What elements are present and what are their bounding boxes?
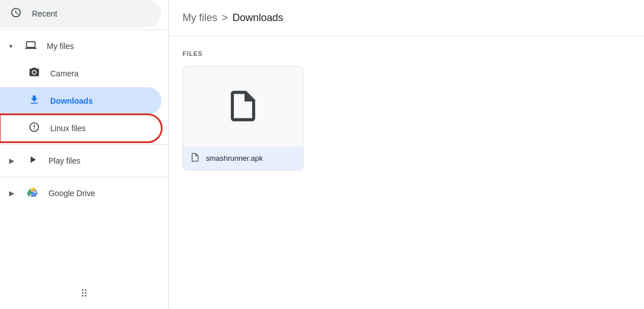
clock-icon — [9, 7, 23, 21]
sidebar-item-downloads-label: Downloads — [50, 96, 152, 105]
sidebar-item-play-files[interactable]: ▶ Play files — [0, 147, 161, 174]
file-small-icon — [190, 152, 200, 164]
chevron-right-2-icon: ▶ — [9, 189, 14, 197]
breadcrumb-parent[interactable]: My files — [183, 12, 217, 24]
sidebar-item-recent-label: Recent — [32, 9, 152, 18]
sidebar-item-linux-files[interactable]: Linux files — [0, 115, 161, 142]
more-options-icon[interactable]: ⠿ — [80, 287, 88, 300]
sidebar-item-downloads[interactable]: Downloads — [0, 87, 161, 115]
sidebar-item-google-drive-label: Google Drive — [48, 189, 152, 198]
files-grid: smashrunner.apk — [183, 66, 630, 170]
file-name-smashrunner: smashrunner.apk — [206, 154, 263, 162]
main-header: My files > Downloads — [169, 0, 644, 36]
linux-icon — [27, 121, 41, 136]
download-icon — [27, 94, 41, 108]
sidebar-item-google-drive[interactable]: ▶ Google Drive — [0, 180, 161, 207]
sidebar-item-my-files-label: My files — [47, 42, 152, 51]
main-content-area: My files > Downloads Files — [169, 0, 644, 309]
drive-icon — [26, 186, 39, 201]
play-icon — [26, 154, 39, 168]
divider-3 — [0, 177, 168, 177]
sidebar-item-linux-files-label: Linux files — [50, 124, 152, 133]
chevron-right-icon: ▶ — [9, 157, 14, 165]
laptop-icon — [24, 39, 38, 54]
file-card-info: smashrunner.apk — [183, 147, 303, 170]
section-label: Files — [183, 50, 630, 57]
sidebar-item-my-files[interactable]: ▾ My files — [0, 32, 161, 60]
sidebar-bottom: ⠿ — [0, 278, 168, 309]
sidebar: Recent ▾ My files Camera Downloads Linux… — [0, 0, 169, 309]
sidebar-item-camera-label: Camera — [50, 69, 152, 78]
divider-1 — [0, 30, 168, 30]
main-files-section: Files smashrunne — [169, 36, 644, 309]
breadcrumb-separator: > — [222, 12, 228, 24]
camera-icon — [27, 67, 41, 81]
file-large-icon — [225, 88, 261, 126]
chevron-down-icon: ▾ — [9, 42, 13, 50]
file-card-smashrunner[interactable]: smashrunner.apk — [183, 66, 303, 170]
file-card-preview — [183, 67, 303, 147]
divider-2 — [0, 144, 168, 145]
breadcrumb-current: Downloads — [233, 12, 283, 24]
sidebar-item-camera[interactable]: Camera — [0, 60, 161, 87]
sidebar-item-recent[interactable]: Recent — [0, 0, 161, 27]
sidebar-item-play-files-label: Play files — [48, 156, 152, 165]
breadcrumb: My files > Downloads — [183, 12, 283, 24]
